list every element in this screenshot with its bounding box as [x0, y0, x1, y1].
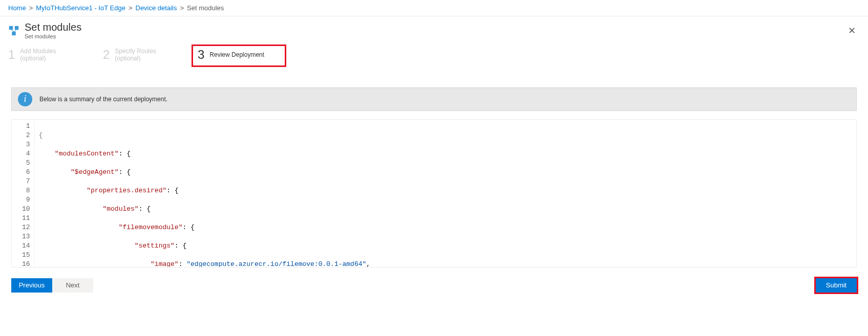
- step-specify-routes[interactable]: 2 Specify Routes (optional): [97, 44, 192, 67]
- breadcrumb-service[interactable]: MyIoTHubService1 - IoT Edge: [36, 4, 125, 12]
- step-title: Add Modules: [20, 48, 56, 55]
- step-title: Specify Routes: [115, 48, 156, 55]
- breadcrumb-sep: >: [180, 4, 184, 12]
- page-subtitle: Set modules: [25, 33, 81, 39]
- step-review-deployment[interactable]: 3 Review Deployment: [192, 44, 286, 67]
- svg-rect-0: [9, 26, 13, 29]
- submit-button[interactable]: Submit: [816, 278, 857, 293]
- code-area[interactable]: { "modulesContent": { "$edgeAgent": { "p…: [35, 120, 856, 267]
- line-gutter: 1234 5678 9101112 13141516: [12, 120, 35, 267]
- svg-rect-2: [12, 31, 15, 35]
- close-icon: ✕: [848, 26, 856, 36]
- breadcrumb-sep: >: [29, 4, 33, 12]
- step-number: 2: [103, 48, 110, 62]
- step-sub: (optional): [20, 55, 56, 62]
- breadcrumb-home[interactable]: Home: [8, 4, 26, 12]
- previous-button[interactable]: Previous: [11, 278, 52, 293]
- page-header: Set modules Set modules ✕: [0, 16, 868, 44]
- breadcrumb-sep: >: [129, 4, 133, 12]
- info-icon: i: [18, 92, 32, 106]
- page-title: Set modules: [25, 21, 81, 33]
- svg-line-4: [14, 30, 17, 32]
- step-number: 3: [198, 48, 204, 62]
- close-button[interactable]: ✕: [844, 23, 860, 38]
- modules-icon: [8, 25, 19, 36]
- footer: Previous Next Submit: [0, 267, 868, 300]
- step-add-modules[interactable]: 1 Add Modules (optional): [2, 44, 97, 67]
- step-number: 1: [8, 48, 15, 62]
- info-bar: i Below is a summary of the current depl…: [11, 87, 857, 111]
- wizard-steps: 1 Add Modules (optional) 2 Specify Route…: [0, 44, 868, 67]
- next-button[interactable]: Next: [52, 278, 93, 293]
- step-sub: (optional): [115, 55, 156, 62]
- step-title: Review Deployment: [209, 51, 264, 58]
- breadcrumb: Home > MyIoTHubService1 - IoT Edge > Dev…: [0, 0, 868, 16]
- breadcrumb-device[interactable]: Device details: [136, 4, 177, 12]
- svg-rect-1: [15, 26, 18, 29]
- svg-line-3: [11, 30, 14, 32]
- json-editor[interactable]: 1234 5678 9101112 13141516 { "modulesCon…: [11, 119, 857, 267]
- breadcrumb-current: Set modules: [187, 4, 224, 12]
- info-text: Below is a summary of the current deploy…: [39, 96, 167, 103]
